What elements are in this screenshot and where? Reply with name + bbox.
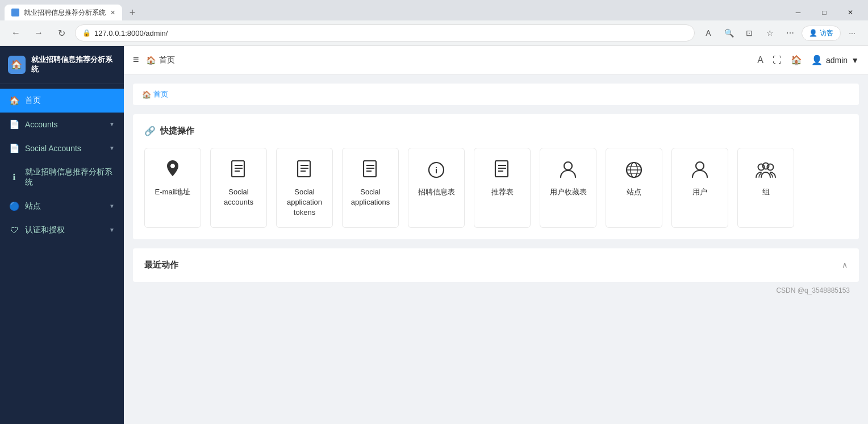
info-circle-icon: i bbox=[424, 157, 449, 182]
sidebar-item-label: 认证和授权 bbox=[25, 225, 103, 235]
quick-action-label: 站点 bbox=[627, 187, 641, 197]
visitor-button[interactable]: 👤 访客 bbox=[802, 26, 841, 41]
home-shortcut-icon[interactable]: 🏠 bbox=[791, 55, 802, 65]
sidebar-item-auth[interactable]: 🛡 认证和授权 ▼ bbox=[0, 218, 124, 242]
logo-text: 就业招聘信息推荐分析系统 bbox=[31, 55, 116, 74]
user-icon: 👤 bbox=[811, 55, 823, 65]
sidebar-item-job-system[interactable]: ℹ 就业招聘信息推荐分析系统 bbox=[0, 160, 124, 194]
sidebar-item-label: 就业招聘信息推荐分析系统 bbox=[25, 167, 115, 188]
footer: CSDN @q_3548885153 bbox=[133, 282, 859, 299]
back-button[interactable]: ← bbox=[7, 24, 25, 42]
top-bar-actions: A ⛶ 🏠 👤 admin ▼ bbox=[757, 55, 859, 65]
main-content: ≡ 🏠 首页 A ⛶ 🏠 👤 admin ▼ 🏠 bbox=[124, 46, 868, 424]
sidebar-item-label: 首页 bbox=[25, 95, 115, 106]
hamburger-icon[interactable]: ≡ bbox=[133, 54, 139, 66]
document-icon bbox=[292, 157, 317, 182]
sidebar-logo: 🏠 就业招聘信息推荐分析系统 bbox=[0, 46, 124, 84]
split-icon[interactable]: ⊡ bbox=[740, 24, 758, 42]
quick-action-sites[interactable]: 站点 bbox=[606, 148, 662, 228]
address-bar: ← → ↻ 🔒 127.0.0.1:8000/admin/ A 🔍 ⊡ ☆ ⋯ … bbox=[0, 20, 868, 45]
quick-action-label: Socialapplicationtokens bbox=[287, 187, 322, 218]
quick-action-label: 组 bbox=[762, 187, 770, 197]
quick-action-groups[interactable]: 组 bbox=[737, 148, 794, 228]
tab-favicon bbox=[11, 9, 19, 16]
url-box[interactable]: 🔒 127.0.0.1:8000/admin/ bbox=[75, 24, 695, 41]
sidebar-item-label: Social Accounts bbox=[25, 144, 103, 153]
quick-action-social-apps[interactable]: Socialapplications bbox=[342, 148, 399, 228]
person-icon bbox=[556, 157, 581, 182]
minimize-button[interactable]: ─ bbox=[785, 2, 811, 23]
browser-chrome: 就业招聘信息推荐分析系统 ✕ + ─ □ ✕ ← → ↻ 🔒 127.0.0.1… bbox=[0, 0, 868, 46]
address-actions: A 🔍 ⊡ ☆ ⋯ 👤 访客 ··· bbox=[699, 24, 861, 42]
content-area: 🏠 首页 🔗 快捷操作 bbox=[124, 74, 868, 424]
info-icon: ℹ bbox=[9, 172, 19, 182]
maximize-button[interactable]: □ bbox=[811, 2, 837, 23]
quick-actions-grid: E-mail地址 Socialaccounts bbox=[144, 148, 848, 228]
quick-action-email[interactable]: E-mail地址 bbox=[144, 148, 201, 228]
refresh-button[interactable]: ↻ bbox=[52, 24, 70, 42]
forward-button[interactable]: → bbox=[30, 24, 48, 42]
user-info[interactable]: 👤 admin ▼ bbox=[811, 55, 859, 65]
favorites-icon[interactable]: ☆ bbox=[761, 24, 779, 42]
breadcrumb-strip: 🏠 首页 bbox=[133, 84, 859, 105]
quick-action-users[interactable]: 用户 bbox=[671, 148, 728, 228]
quick-action-label: E-mail地址 bbox=[155, 187, 191, 197]
browser-menu-icon[interactable]: ⋯ bbox=[781, 24, 799, 42]
font-size-icon[interactable]: A bbox=[757, 55, 763, 65]
home-icon: 🏠 bbox=[9, 95, 19, 106]
sidebar-item-label: Accounts bbox=[25, 120, 103, 129]
tab-bar: 就业招聘信息推荐分析系统 ✕ + ─ □ ✕ bbox=[0, 0, 868, 20]
new-tab-button[interactable]: + bbox=[124, 5, 140, 20]
svg-point-24 bbox=[696, 162, 704, 170]
quick-action-label: Socialaccounts bbox=[224, 187, 253, 207]
more-button[interactable]: ··· bbox=[843, 24, 861, 42]
sidebar: 🏠 就业招聘信息推荐分析系统 🏠 首页 📄 Accounts ▼ 📄 Socia… bbox=[0, 46, 124, 424]
quick-action-job-table[interactable]: i 招聘信息表 bbox=[408, 148, 465, 228]
sidebar-item-sites[interactable]: 🔵 站点 ▼ bbox=[0, 194, 124, 218]
globe-icon bbox=[621, 157, 646, 182]
footer-text: CSDN @q_3548885153 bbox=[776, 286, 850, 294]
svg-point-18 bbox=[564, 162, 572, 170]
quick-actions-panel: 🔗 快捷操作 E-mail地址 bbox=[133, 114, 859, 239]
url-text: 127.0.0.1:8000/admin/ bbox=[94, 29, 168, 38]
group-icon bbox=[753, 157, 778, 182]
breadcrumb-home-label: 首页 bbox=[153, 89, 168, 99]
chevron-down-icon: ▼ bbox=[109, 227, 115, 233]
close-button[interactable]: ✕ bbox=[837, 2, 863, 23]
quick-action-recommend[interactable]: 推荐表 bbox=[474, 148, 531, 228]
chevron-down-icon: ▼ bbox=[109, 145, 115, 151]
document-icon bbox=[226, 157, 251, 182]
panel-title: 🔗 快捷操作 bbox=[144, 126, 848, 136]
search-icon[interactable]: 🔍 bbox=[720, 24, 738, 42]
tab-close-icon[interactable]: ✕ bbox=[110, 9, 115, 16]
sidebar-item-home[interactable]: 🏠 首页 bbox=[0, 89, 124, 113]
recent-actions-panel: 最近动作 ∧ bbox=[133, 248, 859, 282]
chevron-down-icon: ▼ bbox=[109, 121, 115, 127]
document-icon bbox=[358, 157, 383, 182]
quick-action-label: Socialapplications bbox=[351, 187, 390, 207]
fullscreen-icon[interactable]: ⛶ bbox=[773, 55, 782, 65]
sidebar-item-social-accounts[interactable]: 📄 Social Accounts ▼ bbox=[0, 136, 124, 160]
visitor-label: 访客 bbox=[820, 28, 833, 38]
recent-actions-header[interactable]: 最近动作 ∧ bbox=[144, 260, 848, 271]
tab-item[interactable]: 就业招聘信息推荐分析系统 ✕ bbox=[5, 5, 122, 20]
window-controls: ─ □ ✕ bbox=[785, 2, 863, 23]
tab-title: 就业招聘信息推荐分析系统 bbox=[24, 8, 106, 18]
home-icon: 🏠 bbox=[146, 56, 156, 65]
link-icon: 🔗 bbox=[144, 126, 156, 136]
recent-actions-title: 最近动作 bbox=[144, 260, 178, 271]
sidebar-nav: 🏠 首页 📄 Accounts ▼ 📄 Social Accounts ▼ ℹ … bbox=[0, 84, 124, 424]
chevron-down-icon: ▼ bbox=[109, 203, 115, 209]
shield-icon: 🛡 bbox=[9, 225, 19, 235]
sidebar-item-accounts[interactable]: 📄 Accounts ▼ bbox=[0, 113, 124, 136]
breadcrumb-home-link[interactable]: 🏠 首页 bbox=[142, 89, 168, 99]
font-icon[interactable]: A bbox=[699, 24, 717, 42]
breadcrumb-home-icon: 🏠 bbox=[142, 90, 151, 99]
logo-icon: 🏠 bbox=[8, 56, 26, 74]
user-dropdown-icon: ▼ bbox=[851, 56, 859, 65]
quick-action-label: 用户收藏表 bbox=[550, 187, 587, 197]
quick-action-user-favorites[interactable]: 用户收藏表 bbox=[540, 148, 596, 228]
quick-action-social-tokens[interactable]: Socialapplicationtokens bbox=[276, 148, 333, 228]
quick-action-social-accounts[interactable]: Socialaccounts bbox=[210, 148, 267, 228]
breadcrumb-area: 🏠 首页 bbox=[146, 55, 175, 65]
